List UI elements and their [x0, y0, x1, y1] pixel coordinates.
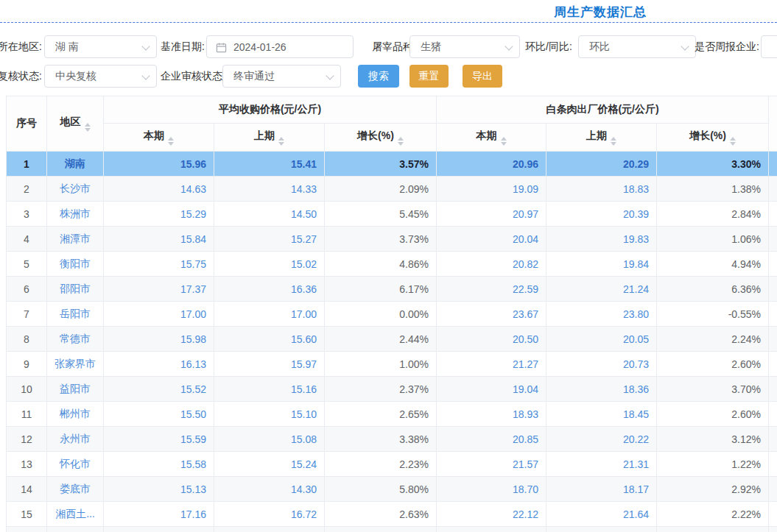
table-row[interactable]: 5衡阳市15.7515.024.86%20.8219.844.94% — [7, 252, 777, 277]
table-row-partial — [7, 527, 777, 532]
region-link[interactable]: 衡阳市 — [47, 252, 104, 277]
region-link[interactable]: 长沙市 — [47, 177, 104, 202]
table-row[interactable]: 13怀化市15.5815.242.23%21.5721.311.22% — [7, 452, 777, 477]
col-header-region[interactable]: 地区 — [47, 96, 104, 152]
col-header-seq: 序号 — [7, 96, 47, 152]
col-header-buy-current[interactable]: 本期 — [104, 124, 214, 152]
buy-current-cell: 17.00 — [104, 302, 214, 327]
review-status-value: 中央复核 — [55, 70, 96, 83]
base-date-picker[interactable]: 2024-01-26 — [206, 35, 354, 58]
region-link[interactable]: 益阳市 — [47, 377, 104, 402]
buy-previous-cell: 15.10 — [214, 402, 325, 427]
search-button[interactable]: 搜索 — [358, 65, 399, 88]
region-link[interactable]: 湖南 — [47, 152, 104, 177]
seq-cell: 15 — [7, 502, 47, 527]
meat-previous-cell: 20.22 — [546, 427, 657, 452]
table-row[interactable]: 2长沙市14.6314.332.09%19.0918.831.38% — [7, 177, 777, 202]
buy-growth-cell: 4.86% — [325, 252, 437, 277]
buy-growth-cell: 3.38% — [325, 427, 437, 452]
audit-status-select[interactable]: 终审通过 — [222, 65, 341, 88]
table-row[interactable]: 6邵阳市17.3716.366.17%22.5921.246.36% — [7, 277, 777, 302]
col-header-buy-previous[interactable]: 上期 — [214, 124, 325, 152]
buy-growth-cell: 3.73% — [325, 227, 437, 252]
clipped-cell — [769, 352, 777, 377]
buy-current-cell: 15.50 — [104, 402, 214, 427]
meat-previous-cell: 21.64 — [546, 502, 657, 527]
buy-current-cell: 15.29 — [104, 202, 214, 227]
meat-current-cell: 22.59 — [437, 277, 546, 302]
buy-growth-cell: 2.37% — [325, 377, 437, 402]
seq-cell: 14 — [7, 477, 47, 502]
ratio-select[interactable]: 环比 — [578, 35, 696, 58]
region-link[interactable]: 娄底市 — [47, 477, 104, 502]
table-body: 1湖南15.9615.413.57%20.9620.293.30%2长沙市14.… — [7, 152, 777, 532]
buy-previous-cell: 14.50 — [214, 202, 325, 227]
buy-growth-cell: 1.00% — [325, 352, 437, 377]
region-link[interactable]: 郴州市 — [47, 402, 104, 427]
table-row[interactable]: 1湖南15.9615.413.57%20.9620.293.30% — [7, 152, 777, 177]
table-row[interactable]: 11郴州市15.5015.102.65%18.9318.452.60% — [7, 402, 777, 427]
buy-current-cell: 15.75 — [104, 252, 214, 277]
weekly-enterprise-label: 是否周报企业: — [695, 35, 759, 58]
col-header-buy-growth[interactable]: 增长(%) — [325, 124, 437, 152]
table-row[interactable]: 14娄底市15.1314.305.80%18.7018.172.92% — [7, 477, 777, 502]
meat-growth-cell: 3.12% — [657, 427, 769, 452]
buy-previous-cell: 15.08 — [214, 427, 325, 452]
col-header-meat-previous[interactable]: 上期 — [546, 124, 657, 152]
region-select-value: 湖 南 — [55, 40, 79, 54]
region-link[interactable]: 邵阳市 — [47, 277, 104, 302]
region-link[interactable]: 湘潭市 — [47, 227, 104, 252]
clipped-cell — [769, 277, 777, 302]
meat-growth-cell: 6.36% — [657, 277, 769, 302]
table-row[interactable]: 15湘西土...17.1616.722.63%22.1221.642.22% — [7, 502, 777, 527]
buy-previous-cell: 15.97 — [214, 352, 325, 377]
meat-previous-cell: 18.36 — [546, 377, 657, 402]
table-row[interactable]: 4湘潭市15.8415.273.73%20.0419.831.06% — [7, 227, 777, 252]
table-row[interactable]: 10益阳市15.5215.162.37%19.0418.363.70% — [7, 377, 777, 402]
review-status-select[interactable]: 中央复核 — [44, 65, 157, 88]
species-select[interactable]: 生猪 — [409, 35, 520, 58]
meat-previous-cell: 19.84 — [546, 252, 657, 277]
table-row[interactable]: 8常德市15.9815.602.44%20.5020.052.24% — [7, 327, 777, 352]
region-link[interactable]: 湘西土... — [47, 502, 104, 527]
seq-cell: 5 — [7, 252, 47, 277]
col-label: 本期 — [477, 130, 497, 141]
table-row[interactable]: 9张家界市16.1315.971.00%21.2720.732.60% — [7, 352, 777, 377]
buy-current-cell: 16.13 — [104, 352, 214, 377]
buy-current-cell: 17.16 — [104, 502, 214, 527]
seq-cell: 6 — [7, 277, 47, 302]
table-row[interactable]: 3株洲市15.2914.505.45%20.9720.392.84% — [7, 202, 777, 227]
region-link[interactable]: 常德市 — [47, 327, 104, 352]
region-link[interactable]: 张家界市 — [47, 352, 104, 377]
meat-previous-cell: 18.83 — [546, 177, 657, 202]
meat-growth-cell: 1.06% — [657, 227, 769, 252]
table-row[interactable]: 12永州市15.5915.083.38%20.8520.223.12% — [7, 427, 777, 452]
page-title: 周生产数据汇总 — [554, 4, 647, 21]
region-link[interactable]: 株洲市 — [47, 202, 104, 227]
export-button[interactable]: 导出 — [463, 65, 502, 88]
seq-cell: 13 — [7, 452, 47, 477]
meat-current-cell: 20.04 — [437, 227, 546, 252]
col-label: 上期 — [254, 130, 275, 141]
clipped-cell — [104, 527, 214, 532]
meat-growth-cell: 2.22% — [657, 502, 769, 527]
weekly-enterprise-select[interactable] — [761, 35, 777, 58]
region-select[interactable]: 湖 南 — [44, 35, 157, 58]
seq-cell: 9 — [7, 352, 47, 377]
buy-growth-cell: 2.09% — [325, 177, 437, 202]
meat-growth-cell: 2.24% — [657, 327, 769, 352]
seq-cell: 8 — [7, 327, 47, 352]
buy-growth-cell: 5.80% — [325, 477, 437, 502]
col-header-meat-growth[interactable]: 增长(%) — [657, 124, 769, 152]
chevron-down-icon — [141, 42, 150, 50]
region-link[interactable]: 永州市 — [47, 427, 104, 452]
meat-current-cell: 18.93 — [437, 402, 546, 427]
region-link[interactable]: 怀化市 — [47, 452, 104, 477]
table-row[interactable]: 7岳阳市17.0017.000.00%23.6723.80-0.55% — [7, 302, 777, 327]
seq-cell: 4 — [7, 227, 47, 252]
reset-button[interactable]: 重置 — [409, 65, 449, 88]
meat-current-cell: 23.67 — [437, 302, 546, 327]
region-link[interactable]: 岳阳市 — [47, 302, 104, 327]
col-header-meat-current[interactable]: 本期 — [437, 124, 546, 152]
seq-cell: 1 — [7, 152, 47, 177]
